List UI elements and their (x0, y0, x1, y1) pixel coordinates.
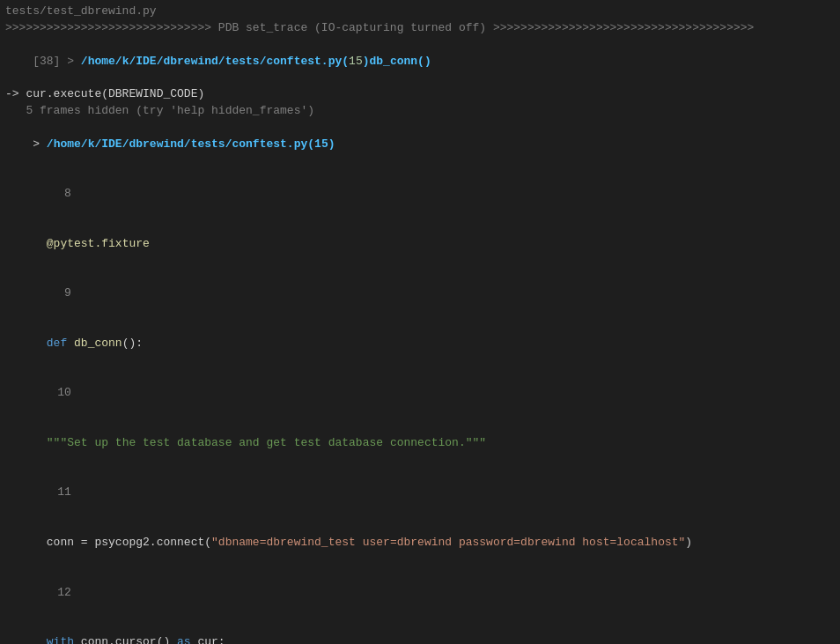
terminal: tests/test_dbrewind.py >>>>>>>>>>>>>>>>>… (0, 0, 840, 644)
source-path-text: /home/k/IDE/dbrewind/tests/conftest.py(1… (47, 137, 335, 151)
pdb-trace-header: >>>>>>>>>>>>>>>>>>>>>>>>>>>>>> PDB set_t… (5, 20, 835, 37)
frame-func: )db_conn() (363, 55, 431, 68)
frame-number: [38] > (33, 55, 81, 68)
frame-location: [38] > /home/k/IDE/dbrewind/tests/confte… (5, 37, 835, 87)
code-line-8: 8 @pytest.fixture (5, 169, 835, 269)
file-header: tests/test_dbrewind.py (5, 4, 835, 20)
source-path: > /home/k/IDE/dbrewind/tests/conftest.py… (5, 120, 835, 170)
frame-path: /home/k/IDE/dbrewind/tests/conftest.py( (81, 55, 349, 68)
code-line-10: 10 """Set up the test database and get t… (5, 369, 835, 469)
current-execute: -> cur.execute(DBREWIND_CODE) (5, 86, 835, 103)
code-line-11: 11 conn = psycopg2.connect("dbname=dbrew… (5, 469, 835, 568)
frame-linenum: 15 (349, 55, 363, 68)
code-line-9: 9 def db_conn(): (5, 270, 835, 369)
code-block: 8 @pytest.fixture 9 def db_conn(): 10 ""… (5, 169, 835, 644)
frames-hidden: 5 frames hidden (try 'help hidden_frames… (5, 103, 835, 120)
code-line-12: 12 with conn.cursor() as cur: (5, 568, 835, 644)
